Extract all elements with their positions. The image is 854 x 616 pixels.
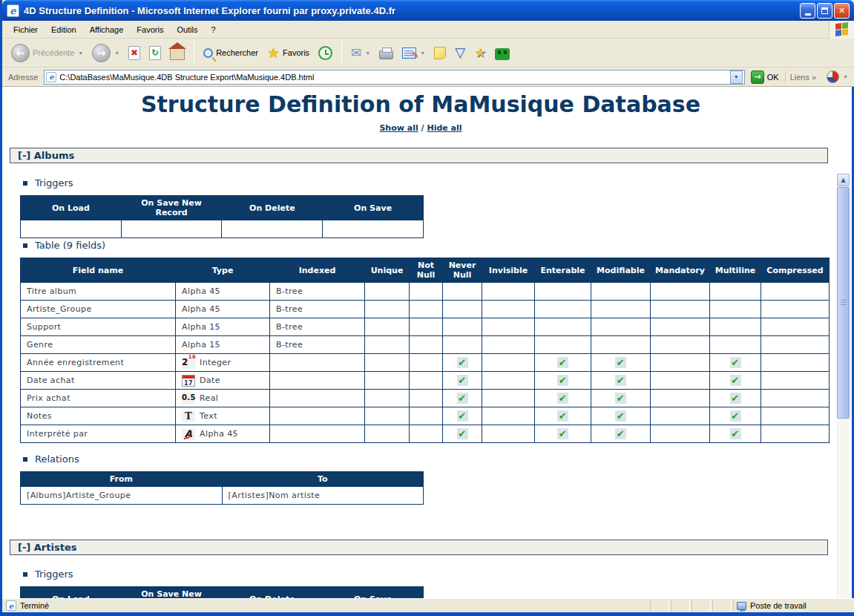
field-never_null-cell: ✔	[443, 390, 482, 407]
mail-button[interactable]: ✉ ▼	[348, 45, 373, 62]
document-page: Structure Definition of MaMusique Databa…	[2, 87, 839, 598]
fields-table-albums: Field nameTypeIndexedUniqueNot NullNever…	[20, 258, 830, 443]
stop-button[interactable]: ✖	[125, 44, 143, 62]
menu-fichier[interactable]: Fichier	[7, 22, 45, 37]
check-icon: ✔	[557, 410, 568, 422]
field-enterable-cell: ✔	[535, 425, 591, 443]
links-label: Liens	[790, 73, 809, 82]
field-not_null-cell	[410, 407, 443, 425]
real-icon: 0.5	[182, 393, 195, 404]
pdf-button[interactable]: ▼	[824, 68, 851, 85]
table-cell	[121, 220, 222, 238]
field-indexed-cell	[270, 425, 365, 443]
field-multiline-cell: ✔	[710, 425, 761, 443]
status-left: e Terminé	[4, 600, 49, 611]
check-icon: ✔	[615, 410, 626, 422]
field-compressed-cell	[761, 301, 830, 318]
address-field[interactable]: e C:\DataBases\MaMusique.4DB Structure E…	[44, 70, 744, 85]
messenger-button[interactable]: ★	[471, 44, 489, 62]
field-unique-cell	[365, 425, 410, 443]
field-name-cell: Support	[21, 318, 176, 336]
integer-icon: 216	[182, 357, 195, 369]
edit-dropdown-icon[interactable]: ▼	[420, 50, 425, 56]
edit-button[interactable]: ▼	[399, 45, 428, 61]
back-button[interactable]: ← Précédente ▼	[8, 42, 86, 65]
robot-button[interactable]	[492, 44, 513, 62]
section-header-artistes[interactable]: [-] Artistes	[10, 540, 828, 555]
field-type-label: Alpha 45	[182, 304, 220, 314]
filter-button[interactable]: ▽	[452, 44, 468, 62]
column-header: On Save New Record	[121, 196, 222, 220]
menu-help[interactable]: ?	[205, 22, 223, 37]
column-header: Type	[176, 258, 270, 283]
field-invisible-cell	[482, 407, 535, 425]
vertical-scrollbar[interactable]: ▲ ▼	[837, 174, 850, 616]
menu-affichage[interactable]: Affichage	[83, 22, 131, 37]
back-dropdown-icon[interactable]: ▼	[78, 50, 83, 56]
column-header: To	[222, 472, 423, 487]
mail-dropdown-icon[interactable]: ▼	[365, 50, 370, 56]
field-type-label: Alpha 45	[182, 286, 220, 296]
go-button[interactable]: → OK	[748, 70, 782, 85]
column-header: On Load	[21, 587, 122, 599]
links-menu[interactable]: Liens »	[785, 71, 821, 83]
triggers-table-artistes-partial: On Load On Save New Record On Delete On …	[20, 586, 424, 598]
scrollbar-thumb[interactable]	[837, 187, 850, 419]
print-button[interactable]	[376, 45, 396, 62]
field-type-label: Date	[200, 376, 220, 385]
field-compressed-cell	[761, 372, 830, 390]
field-type-label: Real	[200, 393, 218, 403]
history-button[interactable]	[315, 44, 335, 62]
triggers-label-albums: Triggers	[23, 177, 73, 189]
field-unique-cell	[365, 390, 410, 407]
field-modifiable-cell: ✔	[591, 390, 651, 407]
field-type-label: Alpha 15	[182, 322, 220, 332]
show-all-link[interactable]: Show all	[379, 123, 418, 133]
status-pane	[671, 600, 690, 612]
title-bar: e 4D Structure Definition - Microsoft In…	[2, 0, 854, 21]
field-unique-cell	[365, 336, 410, 354]
field-enterable-cell: ✔	[535, 390, 591, 407]
triggers-label-artistes: Triggers	[23, 569, 73, 580]
menu-favoris[interactable]: Favoris	[130, 22, 170, 37]
minimize-button[interactable]	[800, 3, 815, 19]
column-header: On Save	[323, 196, 424, 220]
field-invisible-cell	[482, 318, 535, 336]
forward-dropdown-icon[interactable]: ▼	[114, 50, 119, 56]
close-button[interactable]: ✕	[834, 3, 850, 19]
check-icon: ✔	[615, 375, 626, 386]
field-mandatory-cell	[651, 390, 710, 407]
field-compressed-cell	[761, 425, 830, 443]
favorites-star-icon: ★	[267, 46, 280, 60]
forward-button[interactable]: → ▼	[89, 42, 122, 65]
favorites-button[interactable]: ★ Favoris	[264, 44, 312, 62]
discuss-button[interactable]	[431, 45, 449, 62]
field-row: Année enregistrement216Integer✔✔✔✔	[21, 354, 830, 372]
pdf-dropdown-icon[interactable]: ▼	[843, 74, 848, 79]
home-button[interactable]	[167, 43, 188, 62]
field-row: Interprété parAAlpha 45✔✔✔✔	[21, 425, 830, 443]
alpha-icon: A	[182, 428, 195, 440]
field-compressed-cell	[761, 407, 830, 425]
bullet-icon	[23, 572, 27, 577]
menu-edition[interactable]: Edition	[45, 22, 83, 37]
scroll-up-button[interactable]: ▲	[837, 174, 850, 186]
menu-outils[interactable]: Outils	[170, 22, 204, 37]
search-button[interactable]: Rechercher	[200, 46, 261, 60]
check-icon: ✔	[457, 357, 468, 368]
address-dropdown-icon[interactable]: ▼	[730, 71, 743, 84]
field-multiline-cell	[710, 283, 761, 301]
go-label: OK	[767, 73, 779, 82]
refresh-button[interactable]: ↻	[146, 44, 164, 62]
check-icon: ✔	[615, 428, 626, 439]
address-value[interactable]: C:\DataBases\MaMusique.4DB Structure Exp…	[59, 73, 726, 82]
field-never_null-cell	[443, 283, 482, 301]
field-enterable-cell: ✔	[535, 372, 591, 390]
field-unique-cell	[365, 407, 410, 425]
section-header-albums[interactable]: [-] Albums	[10, 148, 828, 163]
field-row: NotesTText✔✔✔✔	[21, 407, 830, 425]
maximize-button[interactable]	[817, 3, 832, 19]
home-icon	[170, 48, 185, 60]
table-row: [Albums]Artiste_Groupe [Artistes]Nom art…	[21, 487, 424, 505]
hide-all-link[interactable]: Hide all	[427, 123, 462, 133]
